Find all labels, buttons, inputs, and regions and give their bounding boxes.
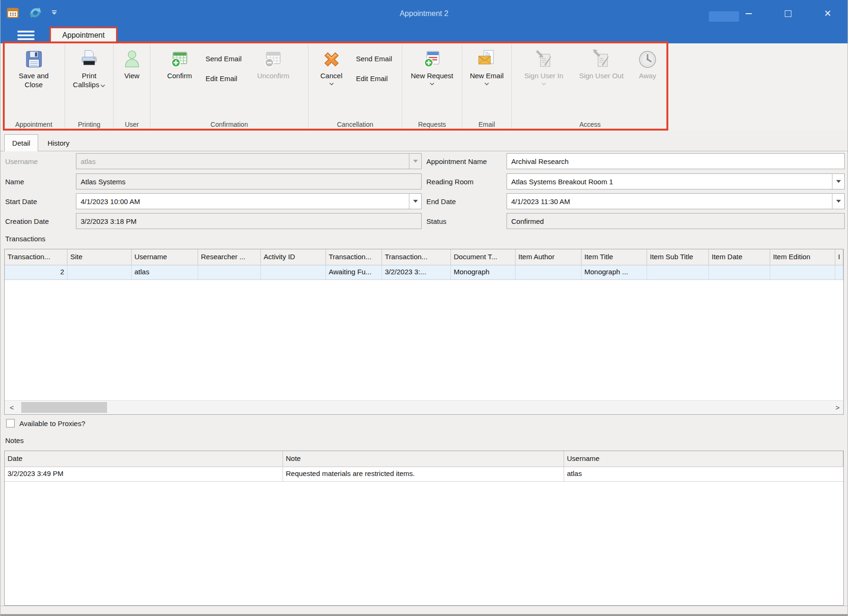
confirm-button[interactable]: Confirm xyxy=(159,43,200,81)
column-header[interactable]: Transaction... xyxy=(382,249,451,265)
end-date-dropdown-button[interactable] xyxy=(832,194,844,209)
start-date-dropdown-button[interactable] xyxy=(409,194,421,209)
cell-note-text: Requested materials are restricted items… xyxy=(283,467,564,481)
appointment-name-field[interactable] xyxy=(507,153,845,169)
cell-item-edition xyxy=(770,265,835,279)
end-date-field[interactable] xyxy=(507,193,845,209)
ribbon-group-appointment: Save and Close Appointment xyxy=(3,43,65,131)
column-header[interactable]: Item Title xyxy=(582,249,647,265)
available-to-proxies-checkbox[interactable] xyxy=(6,419,15,427)
name-field xyxy=(76,173,422,189)
sign-in-icon xyxy=(533,49,554,70)
new-email-button[interactable]: New Email xyxy=(470,43,504,85)
column-header[interactable]: I xyxy=(835,249,843,265)
print-callslips-button[interactable]: Print Callslips xyxy=(72,43,107,90)
cell-item-author xyxy=(515,265,582,279)
cancel-button[interactable]: Cancel xyxy=(313,43,350,85)
sign-user-out-label: Sign User Out xyxy=(579,72,624,81)
ribbon-group-email: New Email Email xyxy=(462,43,512,131)
column-header[interactable]: Item Author xyxy=(515,249,582,265)
close-button[interactable]: ✕ xyxy=(808,0,848,27)
cell-note-username: atlas xyxy=(564,467,843,481)
dropdown-arrow-icon xyxy=(836,200,841,203)
transactions-header-row[interactable]: Transaction... Site Username Researcher … xyxy=(5,249,843,265)
maximize-icon xyxy=(785,10,791,17)
cancellation-edit-email-button[interactable]: Edit Email xyxy=(356,74,388,82)
column-header[interactable]: Researcher ... xyxy=(198,249,261,265)
end-date-input[interactable] xyxy=(507,194,832,209)
column-header[interactable]: Item Sub Title xyxy=(647,249,709,265)
view-user-button[interactable]: View xyxy=(122,43,142,81)
start-date-field[interactable] xyxy=(76,193,422,209)
transactions-grid-body xyxy=(5,280,843,400)
away-label: Away xyxy=(639,72,656,81)
clock-icon xyxy=(637,49,658,70)
tab-detail[interactable]: Detail xyxy=(4,134,38,151)
unconfirm-label: Unconfirm xyxy=(257,72,289,81)
notes-section-label: Notes xyxy=(5,436,24,444)
transactions-horizontal-scrollbar[interactable]: < > xyxy=(5,400,843,414)
status-input xyxy=(507,214,844,229)
confirmation-send-email-button[interactable]: Send Email xyxy=(206,55,242,63)
reading-room-dropdown-button[interactable] xyxy=(832,174,844,189)
new-request-label: New Request xyxy=(411,72,453,81)
maximize-button[interactable] xyxy=(768,0,808,27)
confirmation-edit-email-button[interactable]: Edit Email xyxy=(206,74,238,82)
chevron-down-icon xyxy=(329,82,334,85)
new-request-button[interactable]: New Request xyxy=(411,43,453,85)
column-header[interactable]: Site xyxy=(67,249,132,265)
column-header[interactable]: Activity ID xyxy=(261,249,326,265)
reading-room-field[interactable] xyxy=(507,173,845,189)
column-header[interactable]: Username xyxy=(564,451,843,467)
ribbon-group-confirmation: Confirm Send Email Edit Email Unconfirm … xyxy=(150,43,308,131)
scrollbar-thumb[interactable] xyxy=(21,402,107,413)
column-header[interactable]: Item Date xyxy=(709,249,770,265)
column-header[interactable]: Date xyxy=(5,451,283,467)
reading-room-label: Reading Room xyxy=(426,173,474,189)
appointment-name-input[interactable] xyxy=(507,154,844,169)
column-header[interactable]: Transaction... xyxy=(5,249,67,265)
reading-room-input[interactable] xyxy=(507,174,832,189)
scroll-left-arrow-icon[interactable]: < xyxy=(5,401,19,414)
cell-item-date xyxy=(709,265,770,279)
menu-button[interactable] xyxy=(17,31,34,40)
view-label: View xyxy=(124,72,139,81)
chevron-down-icon xyxy=(484,82,489,85)
chevron-down-icon xyxy=(100,84,105,87)
start-date-input[interactable] xyxy=(76,194,409,209)
cancel-x-icon xyxy=(321,49,342,70)
save-icon xyxy=(24,49,44,70)
notes-grid[interactable]: Date Note Username 3/2/2023 3:49 PM Requ… xyxy=(4,451,844,606)
dropdown-arrow-icon xyxy=(836,180,841,183)
creation-date-label: Creation Date xyxy=(5,213,49,229)
transactions-section-label: Transactions xyxy=(5,235,45,243)
column-header[interactable]: Item Edition xyxy=(770,249,835,265)
detail-panel: Detail History Username Appointment Name… xyxy=(0,131,848,616)
transaction-row-selected[interactable]: 2 atlas Awaiting Fu... 3/2/2023 3:... Mo… xyxy=(5,265,843,280)
group-label-email: Email xyxy=(462,121,511,128)
group-label-requests: Requests xyxy=(402,121,462,128)
note-row[interactable]: 3/2/2023 3:49 PM Requested materials are… xyxy=(5,467,843,482)
cancellation-email-buttons: Send Email Edit Email xyxy=(350,43,398,82)
transactions-grid[interactable]: Transaction... Site Username Researcher … xyxy=(4,249,844,415)
minimize-button[interactable] xyxy=(729,0,768,27)
tabstrip-divider xyxy=(0,151,848,151)
column-header[interactable]: Transaction... xyxy=(326,249,382,265)
column-header[interactable]: Document T... xyxy=(451,249,515,265)
ribbon: Save and Close Appointment Print Callsli… xyxy=(0,43,848,131)
notes-header-row[interactable]: Date Note Username xyxy=(5,451,843,467)
sign-user-out-button: Sign User Out xyxy=(572,43,631,81)
away-button: Away xyxy=(631,43,664,81)
column-header[interactable]: Username xyxy=(132,249,198,265)
ribbon-group-requests: New Request Requests xyxy=(402,43,462,131)
cell-transaction-number: 2 xyxy=(5,265,67,279)
tab-appointment[interactable]: Appointment xyxy=(50,27,117,43)
column-header[interactable]: Note xyxy=(283,451,564,467)
cancellation-send-email-button[interactable]: Send Email xyxy=(356,55,392,63)
creation-date-field xyxy=(76,213,422,229)
dropdown-arrow-icon xyxy=(413,200,418,203)
tab-history[interactable]: History xyxy=(38,134,79,151)
scroll-right-arrow-icon[interactable]: > xyxy=(832,401,843,414)
chevron-down-icon xyxy=(541,82,546,85)
save-and-close-button[interactable]: Save and Close xyxy=(15,43,53,90)
